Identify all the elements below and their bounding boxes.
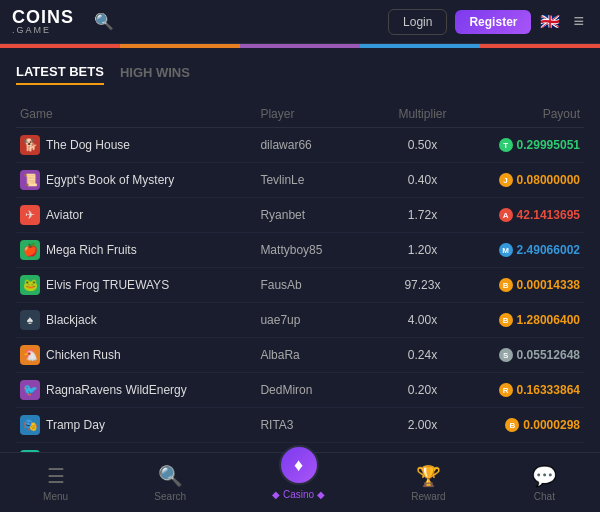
- multiplier-cell: 4.00x: [384, 303, 461, 338]
- payout-cell: R 0.16333864: [461, 373, 584, 408]
- search-icon: 🔍: [158, 464, 183, 488]
- table-row[interactable]: 🍎 Mega Rich Fruits Mattyboy851.20x M 2.4…: [16, 233, 584, 268]
- table-row[interactable]: 🐸 Elvis Frog TRUEWAYS FausAb97.23x B 0.0…: [16, 268, 584, 303]
- game-cell: 🐔 Chicken Rush: [16, 338, 256, 373]
- footer-casino-label: ◆ Casino ◆: [272, 489, 325, 500]
- footer-chat-label: Chat: [534, 491, 555, 502]
- col-multiplier: Multiplier: [384, 101, 461, 128]
- tabs-bar: LATEST BETS HIGH WINS: [16, 64, 584, 85]
- multiplier-cell: 97.23x: [384, 268, 461, 303]
- language-flag[interactable]: 🇬🇧: [539, 14, 561, 30]
- footer-reward-label: Reward: [411, 491, 445, 502]
- payout-cell: J 0.08000000: [461, 163, 584, 198]
- payout-cell: M 2.49066002: [461, 233, 584, 268]
- logo-bottom: .GAME: [12, 26, 74, 35]
- footer-menu-label: Menu: [43, 491, 68, 502]
- player-cell: TevlinLe: [256, 163, 384, 198]
- col-payout: Payout: [461, 101, 584, 128]
- col-game: Game: [16, 101, 256, 128]
- game-cell: 🍎 Mega Rich Fruits: [16, 233, 256, 268]
- table-row[interactable]: 🐔 Chicken Rush AlbaRa0.24x S 0.05512648: [16, 338, 584, 373]
- main-content: LATEST BETS HIGH WINS Game Player Multip…: [0, 48, 600, 512]
- multiplier-cell: 0.20x: [384, 373, 461, 408]
- chat-icon: 💬: [532, 464, 557, 488]
- payout-cell: B 0.00014338: [461, 268, 584, 303]
- game-cell: 🎭 Tramp Day: [16, 408, 256, 443]
- multiplier-cell: 1.72x: [384, 198, 461, 233]
- player-cell: dilawar66: [256, 128, 384, 163]
- tab-latest-bets[interactable]: LATEST BETS: [16, 64, 104, 85]
- search-button[interactable]: 🔍: [86, 8, 122, 35]
- player-cell: Ryanbet: [256, 198, 384, 233]
- player-cell: DedMiron: [256, 373, 384, 408]
- footer-menu[interactable]: ☰ Menu: [43, 464, 68, 502]
- multiplier-cell: 0.24x: [384, 338, 461, 373]
- table-row[interactable]: ✈ Aviator Ryanbet1.72x A 42.1413695: [16, 198, 584, 233]
- player-cell: Mattyboy85: [256, 233, 384, 268]
- payout-cell: B 0.0000298: [461, 408, 584, 443]
- multiplier-cell: 2.00x: [384, 408, 461, 443]
- table-row[interactable]: 📜 Egypt's Book of Mystery TevlinLe0.40x …: [16, 163, 584, 198]
- register-button[interactable]: Register: [455, 10, 531, 34]
- player-cell: FausAb: [256, 268, 384, 303]
- payout-cell: T 0.29995051: [461, 128, 584, 163]
- game-cell: 🐸 Elvis Frog TRUEWAYS: [16, 268, 256, 303]
- game-cell: ✈ Aviator: [16, 198, 256, 233]
- game-cell: 🐕 The Dog House: [16, 128, 256, 163]
- table-row[interactable]: 🎭 Tramp Day RITA32.00x B 0.0000298: [16, 408, 584, 443]
- footer-search-label: Search: [154, 491, 186, 502]
- player-cell: uae7up: [256, 303, 384, 338]
- multiplier-cell: 1.20x: [384, 233, 461, 268]
- logo[interactable]: COINS .GAME: [12, 8, 74, 35]
- footer-reward[interactable]: 🏆 Reward: [411, 464, 445, 502]
- multiplier-cell: 0.50x: [384, 128, 461, 163]
- header-actions: Login Register 🇬🇧 ≡: [388, 7, 588, 36]
- footer-chat[interactable]: 💬 Chat: [532, 464, 557, 502]
- payout-cell: S 0.05512648: [461, 338, 584, 373]
- footer-nav: ☰ Menu 🔍 Search ♦ ◆ Casino ◆ 🏆 Reward 💬 …: [0, 452, 600, 512]
- bets-table: Game Player Multiplier Payout 🐕 The Dog …: [16, 101, 584, 478]
- player-cell: RITA3: [256, 408, 384, 443]
- game-cell: ♠ Blackjack: [16, 303, 256, 338]
- hamburger-icon[interactable]: ≡: [569, 7, 588, 36]
- game-cell: 📜 Egypt's Book of Mystery: [16, 163, 256, 198]
- reward-icon: 🏆: [416, 464, 441, 488]
- player-cell: AlbaRa: [256, 338, 384, 373]
- tab-high-wins[interactable]: HIGH WINS: [120, 65, 190, 84]
- col-player: Player: [256, 101, 384, 128]
- header: COINS .GAME 🔍 Login Register 🇬🇧 ≡: [0, 0, 600, 44]
- menu-icon: ☰: [47, 464, 65, 488]
- casino-logo-icon: ♦: [279, 445, 319, 485]
- payout-cell: B 1.28006400: [461, 303, 584, 338]
- footer-casino[interactable]: ♦ ◆ Casino ◆: [272, 465, 325, 500]
- logo-top: COINS: [12, 8, 74, 26]
- game-cell: 🐦 RagnaRavens WildEnergy: [16, 373, 256, 408]
- login-button[interactable]: Login: [388, 9, 447, 35]
- payout-cell: A 42.1413695: [461, 198, 584, 233]
- multiplier-cell: 0.40x: [384, 163, 461, 198]
- table-row[interactable]: ♠ Blackjack uae7up4.00x B 1.28006400: [16, 303, 584, 338]
- table-row[interactable]: 🐕 The Dog House dilawar660.50x T 0.29995…: [16, 128, 584, 163]
- table-row[interactable]: 🐦 RagnaRavens WildEnergy DedMiron0.20x R…: [16, 373, 584, 408]
- footer-search[interactable]: 🔍 Search: [154, 464, 186, 502]
